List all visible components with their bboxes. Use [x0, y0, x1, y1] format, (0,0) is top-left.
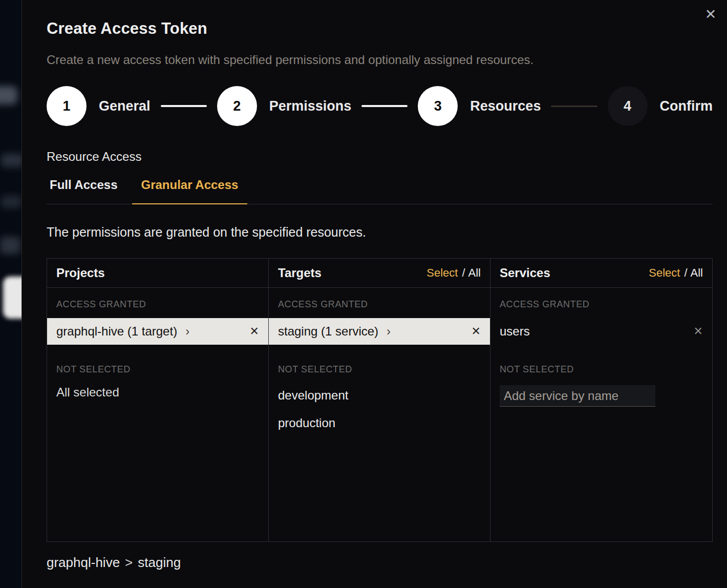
breadcrumb-target: staging [138, 555, 181, 570]
projects-column: Projects ACCESS GRANTED graphql-hive (1 … [47, 259, 269, 541]
tab-full-access[interactable]: Full Access [47, 178, 127, 204]
breadcrumb-project: graphql-hive [47, 555, 120, 570]
access-mode-tabs: Full Access Granular Access [47, 178, 713, 204]
targets-select-link[interactable]: Select [426, 266, 458, 279]
chevron-right-icon[interactable]: › [387, 325, 391, 338]
target-option-development[interactable]: development [278, 388, 481, 403]
step-permissions[interactable]: 2 Permissions [217, 86, 352, 126]
dialog-title: Create Access Token [47, 19, 713, 38]
step-confirm[interactable]: 4 Confirm [608, 86, 713, 126]
step-label-general: General [99, 98, 151, 114]
granted-service-row[interactable]: users ✕ [490, 318, 712, 345]
target-option-production[interactable]: production [278, 416, 481, 430]
granted-project-row[interactable]: graphql-hive (1 target) › ✕ [47, 318, 268, 345]
services-column: Services Select/All ACCESS GRANTED users… [490, 259, 712, 541]
services-header-title: Services [500, 266, 550, 280]
step-connector [361, 105, 408, 107]
step-label-confirm: Confirm [660, 98, 713, 114]
targets-all-link[interactable]: All [468, 266, 481, 279]
granted-target-label: staging (1 service) [278, 324, 378, 339]
step-label-permissions: Permissions [269, 98, 352, 114]
dialog-subtitle: Create a new access token with specified… [47, 53, 713, 67]
targets-select-all: Select/All [426, 266, 481, 280]
projects-all-selected-note: All selected [56, 385, 259, 400]
projects-access-granted-label: ACCESS GRANTED [56, 299, 259, 310]
tab-granular-access[interactable]: Granular Access [132, 178, 248, 204]
resource-selection-table: Projects ACCESS GRANTED graphql-hive (1 … [47, 258, 713, 542]
select-all-separator: / [684, 266, 687, 279]
step-number-4: 4 [608, 86, 648, 126]
services-not-selected-label: NOT SELECTED [500, 364, 703, 375]
projects-not-selected-label: NOT SELECTED [56, 364, 259, 375]
step-resources[interactable]: 3 Resources [418, 86, 541, 126]
step-number-3: 3 [418, 86, 458, 126]
wizard-stepper: 1 General 2 Permissions 3 Resources 4 Co… [47, 86, 713, 126]
services-select-link[interactable]: Select [649, 266, 680, 279]
chevron-right-icon[interactable]: › [185, 325, 189, 338]
targets-column: Targets Select/All ACCESS GRANTED stagin… [269, 259, 490, 541]
blurred-background-shape [0, 237, 20, 254]
services-all-link[interactable]: All [691, 266, 703, 279]
step-number-1: 1 [47, 86, 87, 126]
resource-access-heading: Resource Access [47, 150, 713, 164]
add-service-input[interactable] [500, 385, 655, 407]
select-all-separator: / [462, 266, 465, 279]
targets-not-selected-label: NOT SELECTED [278, 364, 481, 375]
create-access-token-dialog: ✕ Create Access Token Create a new acces… [22, 0, 727, 588]
granted-target-row[interactable]: staging (1 service) › ✕ [269, 318, 490, 345]
blurred-background-shape [0, 86, 17, 104]
services-access-granted-label: ACCESS GRANTED [500, 299, 703, 310]
projects-column-header: Projects [47, 259, 268, 288]
step-connector [551, 106, 597, 107]
projects-header-title: Projects [56, 266, 105, 280]
granular-access-description: The permissions are granted on the speci… [47, 225, 713, 240]
step-general[interactable]: 1 General [47, 86, 151, 126]
background-page [0, 0, 22, 588]
targets-access-granted-label: ACCESS GRANTED [278, 299, 481, 310]
services-column-header: Services Select/All [490, 259, 712, 288]
remove-project-icon[interactable]: ✕ [250, 325, 259, 338]
blurred-background-shape [1, 196, 22, 208]
blurred-background-shape [1, 154, 22, 167]
blurred-background-card [3, 277, 22, 319]
remove-service-icon[interactable]: ✕ [694, 325, 703, 338]
remove-target-icon[interactable]: ✕ [472, 325, 481, 338]
granted-service-label: users [500, 324, 530, 339]
step-number-2: 2 [217, 86, 257, 126]
granted-project-label: graphql-hive (1 target) [56, 324, 177, 339]
step-connector [161, 105, 207, 107]
step-label-resources: Resources [470, 98, 541, 114]
targets-column-header: Targets Select/All [269, 259, 490, 288]
targets-header-title: Targets [278, 266, 322, 280]
close-icon[interactable]: ✕ [701, 5, 720, 24]
services-select-all: Select/All [649, 266, 703, 280]
breadcrumb-separator: > [125, 555, 133, 570]
selection-breadcrumb: graphql-hive>staging [47, 555, 713, 571]
